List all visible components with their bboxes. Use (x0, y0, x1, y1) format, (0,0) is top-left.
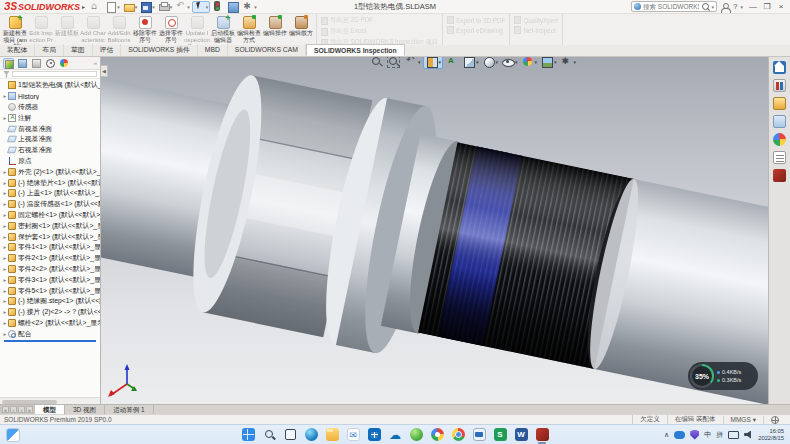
ribbon-button[interactable]: 编辑嵌方 (288, 15, 314, 37)
status-globe-area[interactable] (763, 416, 786, 424)
taskbar-app-button[interactable]: ✉ (346, 427, 360, 443)
ribbon-tab[interactable]: SOLIDWORKS Inspection (306, 44, 405, 56)
net-speed-widget[interactable]: 35% 0.4KB/s 0.3KB/s (688, 362, 758, 390)
minimize-button[interactable]: — (746, 0, 760, 13)
ribbon-tab[interactable]: MBD (198, 44, 228, 56)
taskbar-app-button[interactable] (409, 427, 423, 443)
help-caret-icon[interactable]: ▾ (740, 4, 743, 10)
dropdown-caret[interactable]: ▾ (554, 59, 557, 65)
document-tab[interactable]: 模型 (35, 405, 65, 414)
view-tool-button[interactable]: ▾ (423, 57, 444, 69)
tree-item[interactable]: 上视基准面 (2, 134, 100, 145)
tree-item[interactable]: 右视基准面 (2, 145, 100, 156)
panel-collapse-button[interactable]: ◀ (101, 65, 108, 77)
document-tab[interactable]: 3D 视图 (65, 405, 105, 414)
ribbon-tab[interactable]: 布局 (35, 44, 64, 56)
taskbar-app-button[interactable]: W (514, 427, 528, 443)
displaymanager-tab-icon[interactable] (59, 58, 70, 69)
task-pane-tab-icon[interactable] (773, 79, 786, 92)
ribbon-button[interactable]: 新建模板 (54, 15, 80, 37)
view-tool-button[interactable] (386, 57, 402, 69)
login-user-icon[interactable] (720, 2, 730, 12)
task-pane-tab-icon[interactable] (773, 151, 786, 164)
dropdown-caret[interactable]: ▾ (170, 4, 173, 10)
restore-button[interactable]: ❒ (760, 0, 774, 13)
tree-item[interactable]: 前视基准面 (2, 123, 100, 134)
taskbar-app-button[interactable] (367, 427, 381, 443)
view-tool-button[interactable] (444, 57, 460, 69)
quick-tool-button[interactable]: ▾ (241, 1, 258, 13)
tray-expand-chevron-icon[interactable]: ∧ (664, 431, 669, 439)
export-menu-item[interactable]: QualityXpert (514, 16, 558, 24)
export-menu-item[interactable]: 导出至 Excel (321, 27, 438, 36)
tree-item[interactable]: ▸ 零件2<2> (默认<<默认>_显示状态 (2, 264, 100, 275)
dropdown-caret[interactable]: ▾ (117, 4, 120, 10)
dimxpertmanager-tab-icon[interactable] (45, 58, 56, 69)
view-tool-button[interactable]: ▾ (403, 57, 422, 69)
dropdown-caret[interactable]: ▾ (135, 4, 138, 10)
taskbar-app-button[interactable] (304, 427, 318, 443)
featuremanager-tab-icon[interactable] (3, 58, 14, 69)
close-button[interactable]: × (774, 0, 788, 13)
widgets-icon[interactable] (6, 428, 20, 442)
quick-tool-button[interactable]: ▾ (157, 1, 174, 13)
tab-nav-next-icon[interactable]: › (18, 406, 25, 413)
taskbar-app-button[interactable] (283, 427, 297, 443)
scrollbar-thumb[interactable] (2, 400, 57, 404)
quick-tool-button[interactable]: ▾ (174, 1, 191, 13)
tree-item[interactable]: ▸ 零件1<1> (默认<<默认>_显示状态 (2, 242, 100, 253)
view-tool-button[interactable]: ▾ (559, 57, 578, 69)
dropdown-caret[interactable]: ▾ (439, 59, 442, 65)
tab-nav-prev-icon[interactable]: ‹ (10, 406, 17, 413)
quick-tool-button[interactable]: ▾ (122, 1, 139, 13)
taskbar-app-button[interactable] (451, 427, 465, 443)
taskbar-app-button[interactable] (535, 427, 549, 443)
ribbon-button[interactable]: Add Characteristic (80, 15, 106, 43)
quick-tool-button[interactable]: ▾ (192, 1, 211, 13)
dropdown-caret[interactable]: ▾ (476, 59, 479, 65)
search-caret-icon[interactable]: ▾ (712, 4, 715, 10)
view-tool-button[interactable]: ▾ (539, 57, 558, 69)
ribbon-button[interactable]: 选择零件序号 (158, 15, 184, 43)
tree-item[interactable]: ▸ (-) 温度传感器<1> (默认<<默认>_ (2, 199, 100, 210)
document-tab[interactable]: 运动算例 1 (105, 405, 153, 414)
tree-item[interactable]: ▸ 注解 (2, 112, 100, 123)
dropdown-caret[interactable]: ▾ (496, 59, 499, 65)
view-tool-button[interactable]: ▾ (520, 57, 539, 69)
tree-item[interactable]: ▸ History (2, 91, 100, 102)
tree-item[interactable]: 原点 (2, 156, 100, 167)
tab-nav-last-icon[interactable]: » (26, 406, 33, 413)
search-icon[interactable] (701, 2, 710, 11)
dropdown-caret[interactable]: ▾ (187, 4, 190, 10)
dropdown-caret[interactable]: ▾ (206, 4, 209, 10)
ribbon-button[interactable]: Add/Edit Balloons (106, 15, 132, 43)
task-pane-tab-icon[interactable] (773, 169, 786, 182)
ribbon-tab[interactable]: 评估 (93, 44, 122, 56)
tree-item[interactable]: ▸ (-) 上盖<1> (默认<<默认>_显示状 (2, 188, 100, 199)
taskbar-app-button[interactable]: ☁ (388, 427, 402, 443)
export-menu-item[interactable]: Net-Inspect (514, 26, 558, 34)
panel-tabs-overflow-icon[interactable]: ›› (94, 60, 97, 66)
quick-tool-button[interactable]: ▾ (139, 1, 156, 13)
ribbon-tab[interactable]: 草图 (64, 44, 93, 56)
status-units-selector[interactable]: MMGS ▾ (723, 416, 764, 424)
rollback-bar[interactable] (4, 340, 96, 343)
dropdown-caret[interactable]: ▾ (152, 4, 155, 10)
tree-item[interactable]: ▸ 外壳 (2)<1> (默认<<默认>_显示状 (2, 166, 100, 177)
help-search-box[interactable]: ▾ (631, 1, 717, 12)
ime-language-indicator[interactable]: 中 (704, 430, 711, 440)
quick-tool-button[interactable] (89, 1, 103, 13)
export-menu-item[interactable]: Export eDrawing (447, 26, 505, 34)
task-pane-tab-icon[interactable] (773, 97, 786, 110)
graphics-viewport[interactable]: ▾ ▾ ▾ (101, 57, 768, 404)
propertymanager-tab-icon[interactable] (17, 58, 28, 69)
tree-item[interactable]: ▸ (-) 接片 (2)<2> -> ? (默认<<默认> (2, 307, 100, 318)
task-pane-tab-icon[interactable] (773, 133, 786, 146)
view-tool-button[interactable]: ▾ (461, 57, 480, 69)
task-pane-tab-icon[interactable] (773, 115, 786, 128)
ribbon-tab[interactable]: SOLIDWORKS 插件 (121, 44, 198, 56)
menu-expand-arrow[interactable]: ▸ (82, 3, 85, 10)
ribbon-button[interactable]: 编辑操作 (262, 15, 288, 37)
tray-shield-icon[interactable] (690, 430, 699, 440)
export-menu-item[interactable]: 导出至 2D PDF (321, 16, 438, 25)
